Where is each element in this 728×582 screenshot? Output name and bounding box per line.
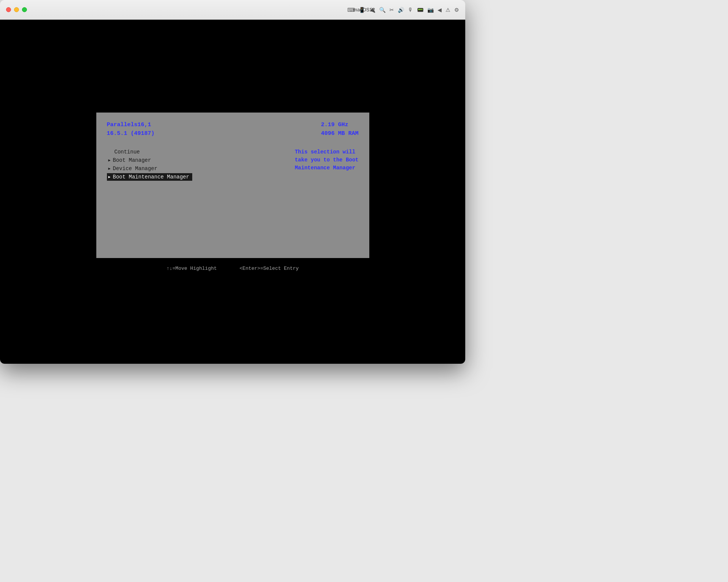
close-button[interactable] [6,7,11,12]
bios-panel: Parallels16,1 16.5.1 (49187) 2.19 GHz 40… [96,113,369,258]
vm-screen: Parallels16,1 16.5.1 (49187) 2.19 GHz 40… [0,20,465,364]
bios-header: Parallels16,1 16.5.1 (49187) 2.19 GHz 40… [107,122,359,137]
retina-icon[interactable]: 🔍 [379,7,386,13]
arrow-icon-device-manager: ▶ [108,166,111,171]
maximize-button[interactable] [22,7,27,12]
select-hint: <Enter>=Select Entry [240,266,299,271]
move-hint: ↑↓=Move Highlight [166,266,217,271]
tablet-icon[interactable]: 📟 [417,7,424,13]
titlebar: macOS12 ⌨ 📱 🔌 🔍 ✂ 🔊 🎙 📟 📷 ◀ ⚠ ⚙ [0,0,465,20]
traffic-lights [6,7,27,12]
minimize-button[interactable] [14,7,19,12]
bios-menu-items: Continue ▶ Boot Manager ▶ Device Manager… [107,148,193,181]
camera-icon[interactable]: 📷 [427,7,434,13]
bios-description: This selection willtake you to the BootM… [295,148,358,172]
menu-item-continue[interactable]: Continue [107,148,193,156]
description-text: This selection willtake you to the BootM… [295,149,358,171]
arrow-icon-boot-maintenance: ▶ [108,175,111,179]
mic-icon[interactable]: 🎙 [408,7,413,13]
version: 16.5.1 (49187) [107,130,155,137]
menu-item-boot-maintenance-manager[interactable]: ▶ Boot Maintenance Manager [107,173,193,181]
menu-label-boot-maintenance: Boot Maintenance Manager [113,174,190,180]
bios-menu-content: Continue ▶ Boot Manager ▶ Device Manager… [107,148,359,181]
arrow-icon-boot-manager: ▶ [108,158,111,163]
bios-right-info: 2.19 GHz 4096 MB RAM [321,122,358,137]
ram-info: 4096 MB RAM [321,130,358,137]
warning-icon[interactable]: ⚠ [446,7,450,13]
menu-item-device-manager[interactable]: ▶ Device Manager [107,165,193,172]
menu-label-boot-manager: Boot Manager [113,157,151,163]
product-name: Parallels16,1 [107,122,155,128]
window-title: macOS12 [353,7,375,13]
screenshot-icon[interactable]: ✂ [389,7,394,13]
settings-icon[interactable]: ⚙ [454,7,459,13]
bottom-hints: ↑↓=Move Highlight <Enter>=Select Entry [166,266,299,271]
menu-label-device-manager: Device Manager [113,166,158,172]
cpu-info: 2.19 GHz [321,122,358,128]
menu-label-continue: Continue [115,149,140,155]
volume-icon[interactable]: 🔊 [398,7,404,13]
back-icon[interactable]: ◀ [438,7,442,13]
menu-item-boot-manager[interactable]: ▶ Boot Manager [107,156,193,164]
bios-menu: Continue ▶ Boot Manager ▶ Device Manager… [107,148,359,181]
bios-left-info: Parallels16,1 16.5.1 (49187) [107,122,155,137]
